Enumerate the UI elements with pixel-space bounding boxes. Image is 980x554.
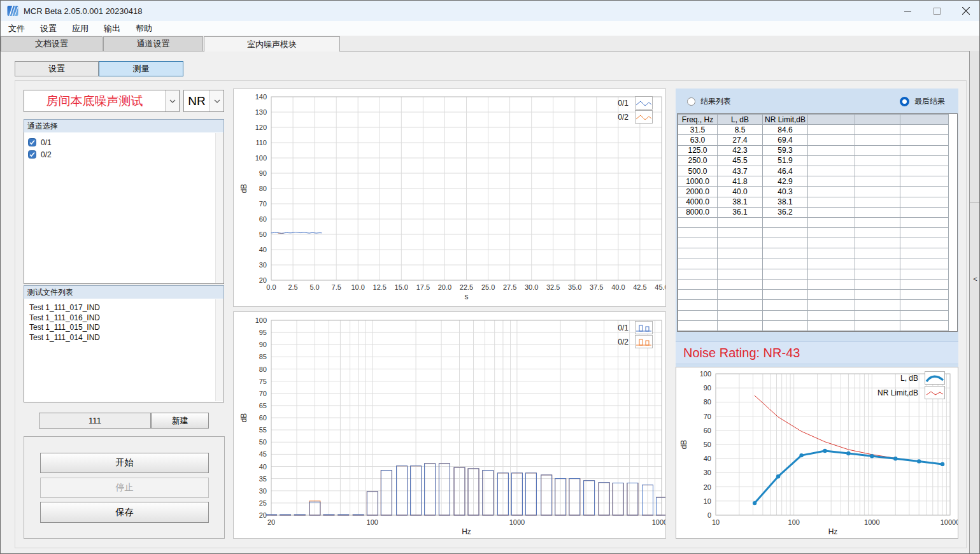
table-row[interactable]: 63.027.469.4 (678, 135, 949, 145)
svg-text:Hz: Hz (462, 527, 471, 536)
table-cell (808, 135, 855, 145)
table-row[interactable] (678, 320, 949, 330)
new-button[interactable]: 新建 (151, 413, 209, 429)
title-bar[interactable]: MCR Beta 2.05.0.001 20230418 (1, 1, 980, 21)
checkbox-checked-icon[interactable] (28, 138, 36, 146)
radio-unchecked-icon[interactable] (687, 97, 695, 106)
chevron-down-icon[interactable] (209, 90, 224, 111)
table-cell (855, 166, 900, 176)
table-cell (855, 145, 900, 155)
table-cell: 45.5 (718, 155, 763, 166)
svg-text:7.5: 7.5 (332, 283, 341, 291)
maximize-button[interactable] (922, 1, 951, 21)
menu-item[interactable]: 帮助 (128, 21, 160, 36)
table-cell (808, 228, 855, 238)
table-row[interactable]: 8000.036.136.2 (678, 207, 949, 217)
checkbox-checked-icon[interactable] (28, 150, 36, 159)
table-cell (900, 320, 949, 330)
legend-label: 0/2 (612, 337, 628, 346)
radio-result-list[interactable]: 结果列表 (687, 96, 731, 107)
subtab-measure[interactable]: 测量 (99, 61, 183, 76)
table-row[interactable] (678, 217, 949, 227)
table-cell: 1000.0 (678, 176, 718, 187)
table-row[interactable] (678, 310, 949, 320)
menu-item[interactable]: 输出 (96, 21, 128, 36)
table-row[interactable]: 125.042.359.3 (678, 145, 949, 155)
side-collapse-strip[interactable]: < (969, 51, 980, 554)
table-row[interactable] (678, 269, 949, 279)
svg-text:120: 120 (255, 124, 267, 131)
table-cell (900, 176, 949, 187)
table-row[interactable]: 250.045.551.9 (678, 155, 949, 166)
table-cell (855, 259, 900, 269)
scrollbar[interactable] (215, 299, 223, 401)
rating-select[interactable]: NR (183, 90, 224, 112)
minimize-button[interactable] (893, 1, 922, 21)
table-row[interactable]: 31.58.584.6 (678, 125, 949, 135)
table-cell (763, 290, 808, 300)
start-button[interactable]: 开始 (40, 453, 209, 473)
table-cell (900, 187, 949, 197)
table-row[interactable]: 2000.040.040.3 (678, 187, 949, 197)
spectrum-chart-box: 2025303540455055606570758085909510020100… (233, 311, 666, 539)
file-name-input[interactable] (39, 413, 151, 429)
test-type-value: 房间本底噪声测试 (24, 90, 165, 111)
file-item[interactable]: Test 1_111_017_IND (24, 303, 224, 313)
close-button[interactable] (951, 1, 980, 21)
radio-checked-icon[interactable] (900, 97, 909, 106)
tab-strip: 文档设置通道设置室内噪声模块 (1, 36, 980, 52)
table-row[interactable] (678, 248, 949, 259)
scrollbar[interactable] (215, 133, 223, 283)
menu-item[interactable]: 设置 (32, 21, 64, 36)
table-row[interactable] (678, 290, 949, 300)
radio-last-result[interactable]: 最后结果 (900, 96, 945, 107)
tab[interactable]: 文档设置 (1, 36, 103, 51)
channel-list[interactable]: 0/10/2 (24, 132, 224, 284)
subtab-settings[interactable]: 设置 (15, 61, 99, 76)
svg-text:20.0: 20.0 (438, 283, 451, 291)
table-row[interactable] (678, 259, 949, 269)
table-cell (678, 269, 718, 279)
channel-row[interactable]: 0/2 (28, 149, 224, 160)
table-row[interactable] (678, 228, 949, 238)
svg-text:22.5: 22.5 (460, 283, 473, 291)
table-row[interactable]: 4000.038.138.1 (678, 197, 949, 207)
nr-chart-box: 010203040506070809010010100100010000HzdB… (676, 367, 958, 539)
svg-text:90: 90 (259, 169, 267, 177)
table-cell (678, 300, 718, 310)
svg-text:40: 40 (259, 246, 267, 253)
svg-text:12.5: 12.5 (373, 283, 387, 291)
radio-label: 最后结果 (914, 96, 945, 107)
table-header-row: Freq., HzL, dBNR Limit,dB (678, 115, 949, 125)
table-row[interactable] (678, 238, 949, 248)
table-cell (808, 238, 855, 248)
table-cell (855, 238, 900, 248)
svg-text:80: 80 (704, 398, 711, 406)
channel-row[interactable]: 0/1 (28, 137, 224, 148)
strip-divider (970, 202, 980, 203)
svg-text:130: 130 (255, 108, 267, 116)
table-row[interactable]: 500.043.746.4 (678, 166, 949, 176)
table-row[interactable] (678, 300, 949, 310)
legend-label: L, dB (900, 374, 918, 383)
radio-label: 结果列表 (700, 96, 731, 107)
chevron-down-icon[interactable] (165, 90, 179, 111)
svg-text:37.5: 37.5 (590, 283, 603, 291)
table-row[interactable]: 1000.041.842.9 (678, 176, 949, 187)
test-file-list[interactable]: Test 1_111_017_INDTest 1_111_016_INDTest… (24, 299, 224, 402)
test-type-select[interactable]: 房间本底噪声测试 (24, 90, 180, 112)
file-item[interactable]: Test 1_111_014_IND (24, 333, 224, 343)
table-row[interactable] (678, 280, 949, 290)
file-item[interactable]: Test 1_111_015_IND (24, 323, 224, 333)
tab[interactable]: 室内噪声模块 (204, 36, 340, 52)
save-button[interactable]: 保存 (40, 502, 209, 523)
tab[interactable]: 通道设置 (103, 36, 203, 51)
table-cell (855, 280, 900, 290)
table-cell (763, 259, 808, 269)
menu-item[interactable]: 应用 (64, 21, 96, 36)
window-title: MCR Beta 2.05.0.001 20230418 (24, 6, 142, 16)
file-item[interactable]: Test 1_111_016_IND (24, 313, 224, 323)
collapse-arrow-icon[interactable]: < (970, 275, 980, 283)
menu-item[interactable]: 文件 (1, 21, 32, 36)
table-header (855, 115, 900, 125)
